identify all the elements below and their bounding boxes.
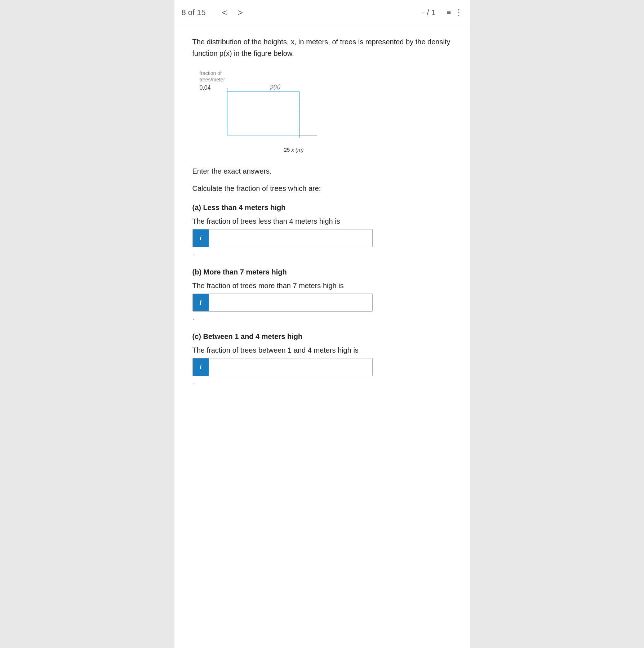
p-x-label: p(x) — [270, 83, 281, 90]
svg-rect-2 — [227, 92, 299, 135]
content-area: The distribution of the heights, x, in m… — [174, 25, 470, 408]
part-a-input[interactable] — [209, 229, 372, 247]
part-a-heading: (a) Less than 4 meters high — [192, 204, 452, 212]
x-axis-value: 25 — [284, 147, 290, 153]
top-navigation: 8 of 15 < > - / 1 ≡ ⋮ — [174, 0, 470, 25]
calculate-label: Calculate the fraction of trees which ar… — [192, 184, 452, 193]
list-icon[interactable]: ≡ — [447, 8, 451, 17]
part-c-answer-row: i — [192, 358, 373, 376]
progress-indicator: 8 of 15 — [182, 8, 206, 17]
part-c-input[interactable] — [209, 358, 372, 376]
density-function-chart — [213, 85, 328, 149]
y-axis-value: 0.04 — [200, 85, 211, 91]
more-icon[interactable]: ⋮ — [455, 8, 463, 17]
y-axis-area: 0.04 — [200, 85, 211, 91]
part-b-info-button[interactable]: i — [193, 294, 209, 311]
x-axis-unit: x (m) — [291, 147, 303, 153]
part-a-fraction-text: The fraction of trees less than 4 meters… — [192, 217, 452, 225]
part-b-fraction-text: The fraction of trees more than 7 meters… — [192, 282, 452, 290]
y-axis-label: fraction of trees/meter — [200, 70, 452, 83]
graph-container: fraction of trees/meter 0.04 p(x) — [200, 70, 452, 153]
instruction-text: Enter the exact answers. — [192, 167, 452, 175]
part-a-info-button[interactable]: i — [193, 229, 209, 247]
prev-button[interactable]: < — [217, 6, 232, 19]
question-intro: The distribution of the heights, x, in m… — [192, 36, 452, 59]
page-count: - / 1 — [422, 8, 436, 17]
part-b-answer-row: i — [192, 294, 373, 312]
part-c-fraction-text: The fraction of trees between 1 and 4 me… — [192, 346, 452, 354]
part-a-answer-row: i — [192, 229, 373, 247]
part-b-heading: (b) More than 7 meters high — [192, 268, 452, 276]
graph-inner: p(x) — [213, 85, 328, 153]
part-b-input[interactable] — [209, 294, 372, 311]
part-c-heading: (c) Between 1 and 4 meters high — [192, 332, 452, 341]
part-c-info-button[interactable]: i — [193, 358, 209, 376]
graph-wrapper: 0.04 p(x) — [200, 85, 452, 153]
next-button[interactable]: > — [232, 6, 248, 19]
